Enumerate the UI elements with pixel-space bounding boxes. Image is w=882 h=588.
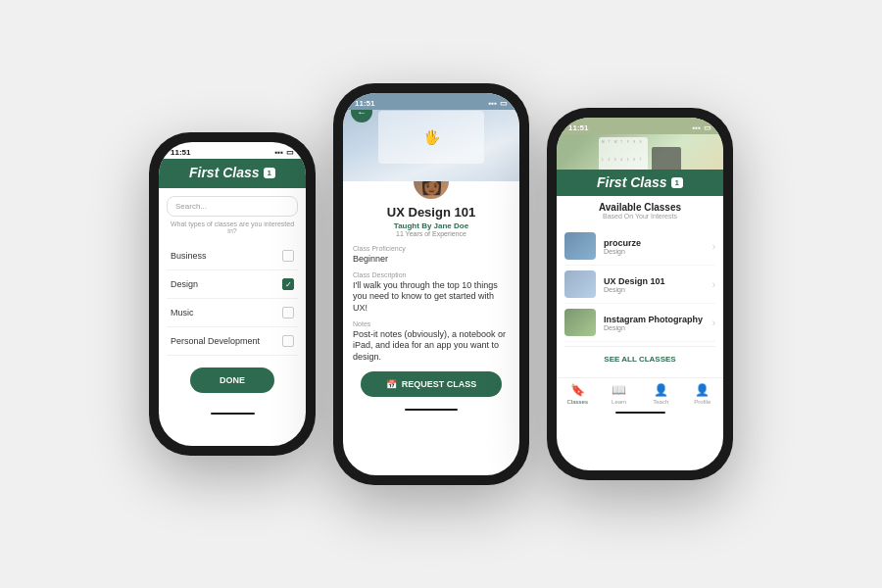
app-badge-right: 1 — [671, 177, 683, 188]
phone-center: 11:51 ▪▪▪ ▭ 🖐 ← 👩🏾 — [333, 83, 529, 485]
interest-label-personal: Personal Development — [171, 336, 260, 346]
proficiency-label: Class Proficiency — [353, 245, 510, 252]
request-label: REQUEST CLASS — [402, 379, 477, 389]
nav-label-profile: Profile — [694, 399, 710, 405]
class-thumb-uxdesign — [564, 270, 596, 298]
nav-icon-classes: 🔖 — [570, 383, 585, 397]
class-info-instagram: Instagram Photography Design — [604, 315, 705, 331]
class-cat-procurze: Design — [604, 248, 705, 255]
bottom-nav: 🔖 Classes 📖 Learn 👤 Teach 👤 Profile — [557, 377, 723, 408]
interest-checkbox-personal[interactable] — [282, 335, 294, 347]
status-icons-left: ▪▪▪ ▭ — [274, 148, 294, 157]
description-value: I'll walk you through the top 10 things … — [353, 280, 510, 315]
thumb-img-instagram — [564, 309, 596, 336]
interest-label-design: Design — [171, 279, 198, 289]
section-subtitle: Based On Your Interests — [564, 213, 715, 220]
nav-classes[interactable]: 🔖 Classes — [557, 383, 599, 405]
search-box[interactable]: Search... — [167, 196, 298, 217]
status-bar-center: 11:51 ▪▪▪ ▭ — [343, 93, 519, 110]
section-title: Available Classes — [564, 202, 715, 213]
class-item-uxdesign[interactable]: UX Design 101 Design › — [564, 266, 715, 304]
class-thumb-procurze — [564, 232, 596, 260]
thumb-img-uxdesign — [564, 270, 596, 298]
class-info-procurze: procurze Design — [604, 238, 705, 255]
interest-item-business[interactable]: Business — [167, 242, 298, 270]
time-left: 11:51 — [171, 148, 190, 157]
nav-profile[interactable]: 👤 Profile — [682, 383, 724, 405]
nav-teach[interactable]: 👤 Teach — [640, 383, 682, 405]
nav-label-learn: Learn — [612, 399, 626, 405]
signal-icon-center: ▪▪▪ — [488, 99, 497, 108]
class-name-procurze: procurze — [604, 238, 705, 248]
notes-section: Notes Post-it notes (obviously), a noteb… — [353, 320, 510, 364]
time-right: 11:51 — [568, 123, 588, 132]
app-badge-left: 1 — [264, 168, 275, 178]
interest-item-personal[interactable]: Personal Development — [167, 327, 298, 356]
battery-icon: ▭ — [286, 148, 294, 157]
chevron-uxdesign: › — [712, 279, 715, 290]
interests-body: Search... What types of classes are you … — [159, 188, 306, 409]
nav-icon-profile: 👤 — [695, 383, 710, 397]
class-item-procurze[interactable]: procurze Design › — [564, 227, 715, 266]
interest-checkbox-business[interactable] — [282, 250, 294, 262]
app-name-right: First Class — [597, 174, 667, 190]
status-icons-center: ▪▪▪ ▭ — [488, 99, 508, 108]
app-title-right: First Class 1 — [566, 174, 713, 190]
nav-icon-learn: 📖 — [612, 383, 626, 397]
nav-label-classes: Classes — [567, 399, 588, 405]
chevron-instagram: › — [712, 318, 715, 328]
class-detail-body: UX Design 101 Taught By Jane Doe 11 Year… — [343, 205, 519, 405]
interests-subtitle: What types of classes are you interested… — [167, 220, 298, 234]
interest-item-music[interactable]: Music — [167, 299, 298, 327]
class-name-instagram: Instagram Photography — [604, 315, 705, 324]
phone-left: 11:51 ▪▪▪ ▭ First Class 1 Search... What… — [149, 132, 316, 456]
home-indicator-center — [405, 409, 458, 411]
app-title-left: First Class 1 — [169, 165, 296, 180]
request-class-button[interactable]: 📅 REQUEST CLASS — [361, 371, 502, 397]
interest-label-music: Music — [171, 308, 194, 318]
chevron-procurze: › — [712, 241, 715, 252]
class-instructor: Taught By Jane Doe — [353, 221, 510, 230]
status-icons-right: ▪▪▪ ▭ — [692, 123, 711, 132]
app-header-right: First Class 1 — [557, 170, 723, 196]
battery-icon-right: ▭ — [704, 123, 711, 132]
class-cat-instagram: Design — [604, 324, 705, 331]
battery-icon-center: ▭ — [500, 99, 508, 108]
nav-icon-teach: 👤 — [654, 383, 668, 397]
class-info-uxdesign: UX Design 101 Design — [604, 276, 705, 293]
description-label: Class Description — [353, 271, 510, 278]
phone-right: 11:51 ▪▪▪ ▭ MTWTFSS 1234567 — [547, 108, 733, 480]
class-cat-uxdesign: Design — [604, 286, 705, 293]
notes-label: Notes — [353, 320, 510, 327]
time-center: 11:51 — [355, 99, 374, 108]
nav-learn[interactable]: 📖 Learn — [599, 383, 641, 405]
calendar-icon: 📅 — [386, 379, 397, 389]
app-header-left: First Class 1 — [159, 159, 306, 188]
class-experience: 11 Years of Experience — [353, 230, 510, 237]
nav-label-teach: Teach — [653, 399, 668, 405]
see-all-button[interactable]: SEE ALL CLASSES — [564, 346, 715, 371]
class-name-uxdesign: UX Design 101 — [604, 276, 705, 286]
class-title: UX Design 101 — [353, 205, 510, 220]
class-item-instagram[interactable]: Instagram Photography Design › — [564, 304, 715, 342]
interest-label-business: Business — [171, 251, 207, 261]
home-indicator-right — [615, 412, 665, 414]
signal-icon-right: ▪▪▪ — [692, 123, 701, 132]
status-bar-right: 11:51 ▪▪▪ ▭ — [557, 118, 723, 134]
interest-checkbox-design[interactable] — [282, 278, 294, 290]
home-indicator-left — [211, 413, 255, 415]
interest-item-design[interactable]: Design — [167, 270, 298, 299]
interest-checkbox-music[interactable] — [282, 307, 294, 318]
done-button[interactable]: DONE — [190, 368, 274, 393]
class-thumb-instagram — [564, 309, 596, 336]
notes-value: Post-it notes (obviously), a notebook or… — [353, 329, 510, 364]
thumb-img-procurze — [564, 232, 596, 260]
signal-icon: ▪▪▪ — [274, 148, 283, 157]
description-section: Class Description I'll walk you through … — [353, 271, 510, 315]
status-bar-left: 11:51 ▪▪▪ ▭ — [159, 142, 306, 159]
proficiency-value: Beginner — [353, 254, 510, 266]
proficiency-section: Class Proficiency Beginner — [353, 245, 510, 266]
app-title-text-left: First Class — [189, 165, 260, 180]
classes-body: Available Classes Based On Your Interest… — [557, 196, 723, 377]
scene: 11:51 ▪▪▪ ▭ First Class 1 Search... What… — [0, 0, 882, 588]
